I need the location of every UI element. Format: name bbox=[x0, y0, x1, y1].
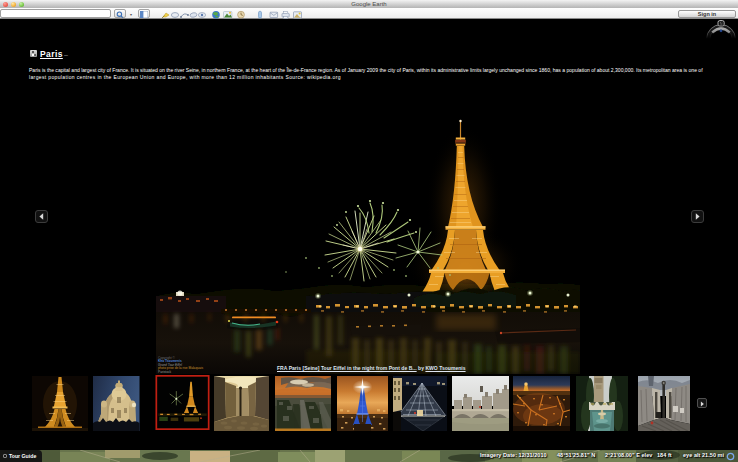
svg-text:N: N bbox=[720, 22, 723, 26]
